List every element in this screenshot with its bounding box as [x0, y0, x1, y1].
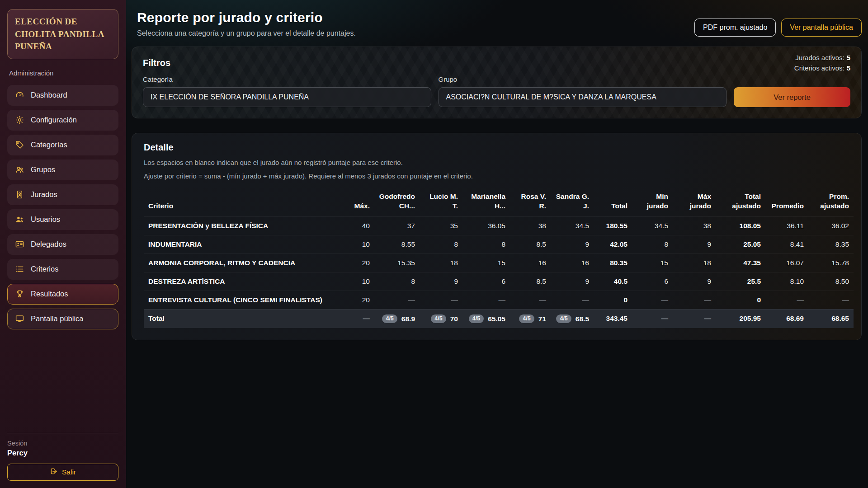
column-header: Máx jurado	[673, 187, 716, 216]
sidebar-item-categorias[interactable]: Categorías	[7, 135, 118, 155]
column-header: Marianella H...	[462, 187, 510, 216]
sidebar-item-label: Delegados	[31, 240, 66, 249]
table-cell: 10	[338, 235, 374, 253]
table-cell: 8.35	[808, 235, 854, 253]
categoria-select[interactable]: IX ELECCIÓN DE SEÑORA PANDILLA PUNEÑA	[143, 87, 431, 107]
table-cell: 9	[551, 235, 594, 253]
judge-progress-badge: 4/5	[382, 314, 397, 323]
table-cell: 8	[462, 235, 510, 253]
grupo-select[interactable]: ASOCIACI?N CULTURAL DE M?SICA Y DANZA LA…	[439, 87, 727, 107]
detail-heading: Detalle	[144, 142, 849, 153]
column-header: Lucio M. T.	[420, 187, 462, 216]
table-cell: 9	[673, 272, 716, 291]
monitor-icon	[14, 314, 24, 324]
table-cell: 25.05	[716, 235, 765, 253]
column-header: Total	[594, 187, 632, 216]
table-cell: —	[374, 291, 420, 309]
column-header: Promedio	[765, 187, 808, 216]
judge-progress-badge: 4/5	[469, 314, 484, 323]
grupo-label: Grupo	[439, 75, 727, 83]
table-cell: 8	[374, 272, 420, 291]
sidebar-item-label: Pantalla pública	[31, 314, 84, 323]
column-header: Rosa V. R.	[510, 187, 551, 216]
table-cell: 8.5	[510, 235, 551, 253]
table-cell: —	[551, 291, 594, 309]
table-cell: 9	[673, 235, 716, 253]
sidebar-item-grupos[interactable]: Grupos	[7, 160, 118, 180]
detail-note-blanks: Los espacios en blanco indican que el ju…	[144, 159, 849, 166]
table-cell: 108.05	[716, 216, 765, 235]
total-cell: 68.69	[765, 309, 808, 328]
table-row: ENTREVISTA CULTURAL (CINCO SEMI FINALIST…	[144, 291, 854, 309]
column-header: Máx.	[338, 187, 374, 216]
table-cell: 15	[632, 253, 673, 272]
table-cell: 15.35	[374, 253, 420, 272]
sidebar-item-label: Configuración	[31, 116, 77, 124]
table-cell: 0	[716, 291, 765, 309]
table-cell: INDUMENTARIA	[144, 235, 338, 253]
table-cell: 9	[551, 272, 594, 291]
sidebar-item-configuracion[interactable]: Configuración	[7, 110, 118, 131]
logout-button[interactable]: Salir	[7, 464, 118, 481]
sidebar-item-dashboard[interactable]: Dashboard	[7, 85, 118, 106]
table-cell: 18	[673, 253, 716, 272]
table-cell: —	[673, 291, 716, 309]
table-cell: 20	[338, 253, 374, 272]
table-total-row: Total—4/568.94/5704/565.054/5714/568.534…	[144, 309, 854, 328]
logout-icon	[50, 467, 58, 477]
table-cell: 15	[462, 253, 510, 272]
table-cell: 35	[420, 216, 462, 235]
sidebar-item-pantalla-publica[interactable]: Pantalla pública	[7, 309, 118, 329]
sidebar-item-usuarios[interactable]: Usuarios	[7, 209, 118, 230]
table-cell: 8.50	[808, 272, 854, 291]
sidebar-item-label: Categorías	[31, 141, 67, 149]
table-cell: —	[510, 291, 551, 309]
table-row: PRESENTACIÓN y BELLEZA FÍSICA40373536.05…	[144, 216, 854, 235]
session-label: Sesión	[7, 440, 118, 447]
session-username: Percy	[7, 449, 118, 457]
trophy-icon	[14, 289, 24, 299]
judge-progress-badge: 4/5	[556, 314, 571, 323]
table-cell: 6	[462, 272, 510, 291]
table-cell: 20	[338, 291, 374, 309]
sidebar-item-delegados[interactable]: Delegados	[7, 234, 118, 255]
table-cell: 10	[338, 272, 374, 291]
id-badge-icon	[14, 239, 24, 249]
table-cell: 80.35	[594, 253, 632, 272]
table-cell: ENTREVISTA CULTURAL (CINCO SEMI FINALIST…	[144, 291, 338, 309]
table-cell: —	[808, 291, 854, 309]
list-icon	[14, 264, 24, 274]
sidebar: ELECCIÓN DE CHOLITA PANDILLA PUNEÑA Admi…	[0, 0, 126, 488]
table-header-row: CriterioMáx.Godofredo CH...Lucio M. T.Ma…	[144, 187, 854, 216]
filters-heading: Filtros	[143, 58, 850, 68]
table-cell: 38	[673, 216, 716, 235]
table-cell: 0	[594, 291, 632, 309]
table-cell: 8.41	[765, 235, 808, 253]
page-title: Reporte por jurado y criterio	[137, 10, 356, 25]
view-public-screen-button[interactable]: Ver pantalla pública	[781, 19, 862, 37]
total-cell: —	[338, 309, 374, 328]
table-cell: 36.11	[765, 216, 808, 235]
table-cell: 36.05	[462, 216, 510, 235]
total-cell: 343.45	[594, 309, 632, 328]
scores-table: CriterioMáx.Godofredo CH...Lucio M. T.Ma…	[144, 187, 854, 328]
pdf-adjusted-average-button[interactable]: PDF prom. ajustado	[694, 19, 776, 37]
sidebar-section-label: Administración	[9, 69, 117, 77]
detail-note-adjustment: Ajuste por criterio = suma - (mín jurado…	[144, 172, 849, 180]
view-report-button[interactable]: Ver reporte	[734, 87, 850, 107]
sidebar-item-resultados[interactable]: Resultados	[7, 284, 118, 305]
filters-card: Jurados activos:5 Criterios activos:5 Fi…	[132, 47, 862, 118]
table-cell: 40.5	[594, 272, 632, 291]
sidebar-item-criterios[interactable]: Criterios	[7, 259, 118, 280]
table-cell: 8.5	[510, 272, 551, 291]
gauge-icon	[14, 90, 24, 100]
table-cell: —	[420, 291, 462, 309]
categoria-selected-value: IX ELECCIÓN DE SEÑORA PANDILLA PUNEÑA	[151, 93, 309, 101]
column-header: Total ajustado	[716, 187, 765, 216]
column-header: Godofredo CH...	[374, 187, 420, 216]
table-cell: 42.05	[594, 235, 632, 253]
sidebar-item-jurados[interactable]: Jurados	[7, 184, 118, 205]
id-card-icon	[14, 190, 24, 200]
users-filled-icon	[14, 215, 24, 225]
table-cell: 15.78	[808, 253, 854, 272]
